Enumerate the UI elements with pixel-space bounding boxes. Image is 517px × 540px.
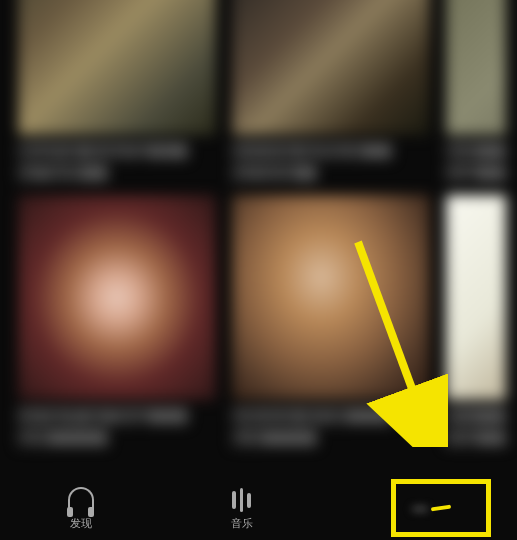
playlist-title: 艺人 <box>446 408 506 424</box>
playlist-card[interactable]: 音乐专辑 推荐歌单 每日更新 <box>232 0 430 187</box>
playlist-card[interactable]: 精选 单曲 <box>446 0 506 187</box>
playlist-thumbnail <box>232 195 430 400</box>
nav-music[interactable]: 音乐 <box>229 487 255 531</box>
playlist-thumbnail <box>446 195 506 400</box>
playlist-subtitle: 热门推荐 <box>18 165 108 181</box>
nav-label: 发现 <box>70 516 92 531</box>
playlist-title: 音乐专辑 推荐歌单 <box>232 143 392 159</box>
nav-mine[interactable] <box>390 499 450 519</box>
mini-player-icon <box>390 499 450 519</box>
playlist-subtitle: 推荐 <box>18 430 108 446</box>
playlist-subtitle: 专辑 <box>446 430 506 446</box>
playlist-card[interactable]: 流行歌手 热门单曲 推荐 <box>18 195 216 452</box>
playlist-title: 精选 <box>446 143 506 159</box>
equalizer-icon <box>229 487 255 513</box>
playlist-thumbnail <box>446 0 506 135</box>
headphones-icon <box>68 487 94 513</box>
playlist-subtitle: 每日更新 <box>232 165 317 181</box>
playlist-thumbnail <box>18 195 216 400</box>
content-row: 播放列表 专辑封面 一 热门推荐 音乐专辑 推荐歌单 每日更新 精选 单曲 <box>18 0 499 187</box>
bottom-navigation: 发现 音乐 <box>0 478 517 540</box>
playlist-title: 新歌首发 排行榜 <box>232 408 392 424</box>
content-row: 流行歌手 热门单曲 推荐 新歌首发 排行榜 歌单 艺人 专辑 <box>18 195 499 452</box>
playlist-title: 播放列表 专辑封面 一 <box>18 143 188 159</box>
playlist-thumbnail <box>232 0 430 135</box>
playlist-card[interactable]: 新歌首发 排行榜 歌单 <box>232 195 430 452</box>
playlist-card[interactable]: 播放列表 专辑封面 一 热门推荐 <box>18 0 216 187</box>
playlist-title: 流行歌手 热门单曲 <box>18 408 188 424</box>
playlist-card[interactable]: 艺人 专辑 <box>446 195 506 452</box>
playlist-thumbnail <box>18 0 216 135</box>
nav-discover[interactable]: 发现 <box>68 487 94 531</box>
nav-label: 音乐 <box>231 516 253 531</box>
playlist-subtitle: 单曲 <box>446 165 506 181</box>
content-grid: 播放列表 专辑封面 一 热门推荐 音乐专辑 推荐歌单 每日更新 精选 单曲 流行… <box>0 0 517 540</box>
playlist-subtitle: 歌单 <box>232 430 317 446</box>
